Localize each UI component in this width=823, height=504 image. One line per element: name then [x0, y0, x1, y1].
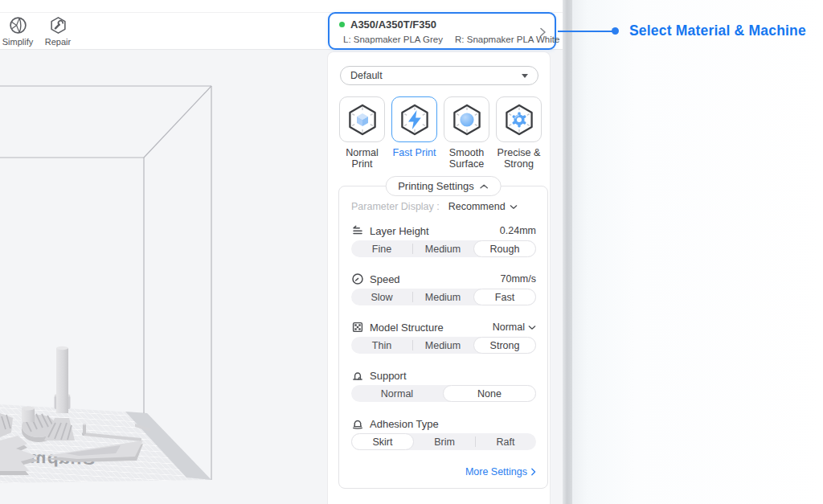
- option-skirt[interactable]: Skirt: [351, 433, 414, 450]
- fast-print-icon: [397, 102, 432, 137]
- mode-label: Precise & Strong: [493, 147, 545, 170]
- simplify-button[interactable]: Simplify: [0, 16, 35, 47]
- option-brim[interactable]: Brim: [414, 433, 475, 450]
- repair-button[interactable]: Repair: [40, 16, 76, 47]
- more-settings-label: More Settings: [465, 466, 527, 477]
- smooth-surface-icon: [449, 102, 485, 137]
- vertical-scrollbar[interactable]: [563, 0, 572, 504]
- normal-print-icon: [345, 102, 380, 137]
- support-icon: [351, 369, 364, 382]
- mode-label: Normal Print: [337, 147, 388, 170]
- repair-icon: [49, 16, 68, 35]
- option-fast[interactable]: Fast: [473, 289, 536, 305]
- speed-row: Speed 70mm/s: [351, 272, 536, 285]
- setting-name: Support: [370, 370, 407, 382]
- mode-precise-strong[interactable]: Precise & Strong: [496, 96, 542, 170]
- print-settings-panel: Default: [327, 51, 551, 504]
- machine-name: A350/A350T/F350: [350, 18, 436, 31]
- mode-smooth-surface[interactable]: Smooth Surface: [444, 96, 489, 170]
- annotation-dot: [612, 27, 619, 35]
- mode-label: Smooth Surface: [441, 147, 493, 170]
- option-thin[interactable]: Thin: [351, 337, 412, 354]
- setting-name: Adhesion Type: [370, 418, 439, 430]
- annotation-text: Select Material & Machine: [629, 23, 806, 39]
- option-normal[interactable]: Normal: [351, 385, 443, 402]
- setting-name: Speed: [370, 273, 400, 285]
- chevron-down-icon[interactable]: [510, 204, 518, 210]
- option-rough[interactable]: Rough: [473, 240, 536, 257]
- parameter-display-label: Parameter Display :: [351, 201, 440, 212]
- printing-settings-title: Printing Settings: [398, 180, 474, 192]
- setting-value-dropdown[interactable]: Normal: [493, 322, 536, 333]
- setting-name: Model Structure: [370, 322, 444, 334]
- annotation-connector-line: [558, 31, 614, 32]
- model-structure-segmented: Thin Medium Strong: [351, 337, 536, 354]
- option-medium[interactable]: Medium: [412, 289, 473, 305]
- setting-value: 0.24mm: [500, 225, 536, 236]
- chevron-down-icon: [528, 325, 536, 330]
- parameter-display-row: Parameter Display : Recommend: [351, 201, 536, 212]
- model-structure-icon: [351, 321, 364, 334]
- setting-value: 70mm/s: [501, 273, 536, 285]
- support-row: Support: [351, 369, 536, 382]
- left-material-label: L: Snapmaker PLA Grey: [343, 35, 443, 44]
- adhesion-type-row: Adhesion Type: [351, 417, 536, 430]
- profile-select[interactable]: Default: [340, 66, 538, 85]
- layer-height-icon: [351, 224, 364, 237]
- adhesion-type-icon: [351, 417, 364, 430]
- speed-icon: [351, 272, 364, 285]
- printing-settings-toggle[interactable]: Printing Settings: [385, 176, 502, 196]
- simplify-icon: [9, 16, 27, 35]
- chevron-right-icon: [530, 468, 536, 476]
- more-settings-link[interactable]: More Settings: [351, 466, 536, 477]
- select-caret-icon: [522, 74, 528, 78]
- simplify-label: Simplify: [2, 37, 34, 47]
- model-structure-value: Normal: [493, 322, 525, 333]
- precise-strong-icon: [502, 102, 537, 137]
- chevron-right-icon: [538, 26, 547, 39]
- layer-height-row: Layer Height 0.24mm: [351, 224, 536, 237]
- mode-normal-print[interactable]: Normal Print: [339, 96, 385, 170]
- option-slow[interactable]: Slow: [351, 289, 412, 305]
- print-mode-cards: Normal Print Fast Print: [339, 96, 540, 170]
- layer-height-segmented: Fine Medium Rough: [351, 240, 536, 257]
- chevron-up-icon: [480, 183, 489, 190]
- option-none[interactable]: None: [443, 385, 536, 402]
- option-strong[interactable]: Strong: [473, 337, 536, 354]
- doc-background: [572, 0, 823, 504]
- mode-label: Fast Print: [389, 147, 440, 158]
- option-medium[interactable]: Medium: [412, 240, 473, 257]
- machine-material-selector[interactable]: A350/A350T/F350 L: Snapmaker PLA Grey R:…: [328, 12, 556, 50]
- option-raft[interactable]: Raft: [475, 433, 536, 450]
- luban-app-window: Snapmaker: [0, 0, 572, 504]
- parameter-display-value[interactable]: Recommend: [448, 201, 506, 212]
- setting-name: Layer Height: [370, 225, 429, 237]
- option-fine[interactable]: Fine: [351, 240, 412, 257]
- model-structure-row: Model Structure Normal: [351, 321, 536, 334]
- screenshot-stage: Snapmaker: [0, 0, 823, 504]
- machine-status-dot: [339, 22, 345, 27]
- profile-select-value: Default: [350, 70, 383, 81]
- printing-settings-box: Printing Settings Parameter Display : Re…: [338, 186, 548, 489]
- option-medium[interactable]: Medium: [412, 337, 473, 354]
- support-segmented: Normal None: [351, 385, 536, 402]
- speed-segmented: Slow Medium Fast: [351, 289, 536, 305]
- mode-fast-print[interactable]: Fast Print: [391, 96, 437, 170]
- repair-label: Repair: [45, 37, 71, 47]
- adhesion-type-segmented: Skirt Brim Raft: [351, 433, 536, 450]
